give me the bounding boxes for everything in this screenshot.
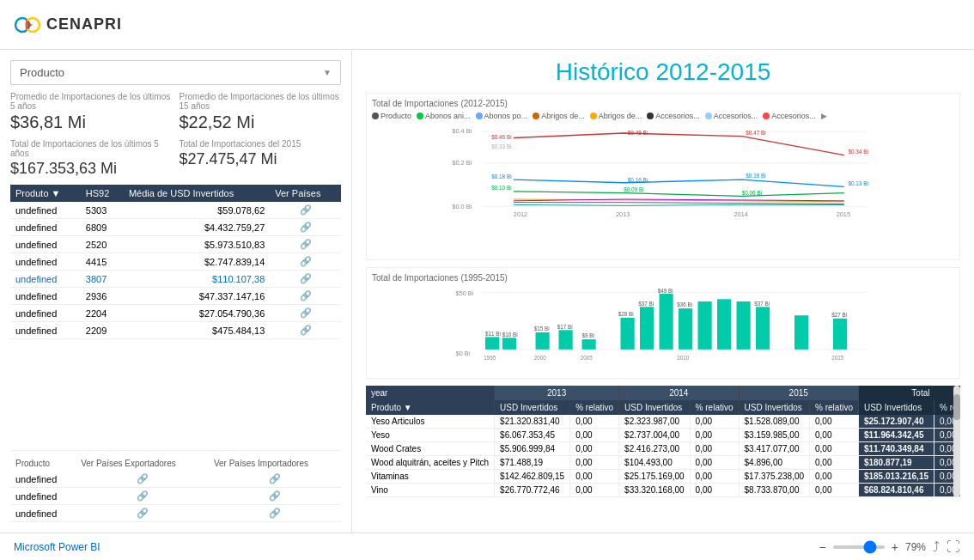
pt-cell-produto: Vino: [366, 484, 495, 497]
expand-icon[interactable]: ⛶: [947, 539, 960, 555]
bt-cell-export[interactable]: 🔗: [76, 488, 209, 505]
stats-row-top: Promedio de Importaciones de los últimos…: [10, 92, 341, 132]
table-scrollbar-thumb[interactable]: [953, 394, 960, 420]
pt-2014-header: 2014: [619, 386, 739, 400]
bt-cell-import[interactable]: 🔗: [209, 488, 341, 505]
table-row: Wood Crates $5.906.999,84 0,00 $2.416.27…: [366, 442, 960, 456]
cell-hs92: 2209: [81, 322, 124, 339]
pt-cell-usd2013: $21.320.831,40: [495, 415, 570, 429]
legend-dot: [533, 113, 539, 119]
bt-cell-produto: undefined: [10, 471, 76, 488]
avg5-value: $36,81 Mi: [10, 113, 173, 132]
list-item: undefined 🔗 🔗: [10, 488, 341, 505]
svg-rect-52: [833, 319, 847, 350]
zoom-slider[interactable]: [833, 545, 885, 549]
col-header-ver[interactable]: Ver Países: [270, 185, 341, 202]
pt-cell-usd2014: $33.320.168,00: [619, 484, 691, 497]
table-row[interactable]: undefined 4415 $2.747.839,14 🔗: [10, 253, 341, 271]
pt-cell-pct2015: 0,00: [810, 429, 859, 442]
main-table-scroll[interactable]: Produto ▼ HS92 Média de USD Invertidos V…: [10, 185, 341, 339]
col-header-produto[interactable]: Produto ▼: [10, 185, 81, 202]
svg-text:$0.18 Bi: $0.18 Bi: [491, 173, 512, 180]
line-chart-svg: $0.4 Bi $0.2 Bi $0.0 Bi 2012 2013 2014 2…: [372, 124, 954, 218]
table-row[interactable]: undefined 7004 $251.775,79 🔗: [10, 339, 341, 340]
svg-rect-38: [621, 318, 635, 350]
pt-usd2013-subheader: USD Invertidos: [495, 400, 570, 415]
svg-text:$0.18 Bi: $0.18 Bi: [746, 173, 766, 179]
pt-cell-usd2015: $4.896,00: [739, 456, 810, 470]
pt-cell-usd2015: $199.994,00: [739, 497, 810, 498]
zoom-plus-icon[interactable]: +: [892, 540, 898, 554]
svg-text:$0.10 Bi: $0.10 Bi: [491, 185, 512, 191]
legend-dot: [647, 113, 654, 119]
power-bi-link[interactable]: Microsoft Power BI: [14, 541, 100, 553]
bt-cell-import[interactable]: 🔗: [209, 505, 341, 522]
pivot-table-container: year 2013 2014 2015 Total Produto ▼ USD …: [366, 386, 960, 524]
cell-ver[interactable]: 🔗: [270, 339, 341, 340]
table-row[interactable]: undefined 5303 $59.078,62 🔗: [10, 202, 341, 219]
table-row[interactable]: undefined 2209 $475.484,13 🔗: [10, 322, 341, 339]
bt-cell-export[interactable]: 🔗: [76, 505, 209, 522]
legend-dot: [476, 113, 483, 119]
bt-header-exportadores: Ver Países Exportadores: [76, 456, 209, 471]
stat-total2015: Total de Importaciones del 2015 $27.475,…: [180, 139, 342, 178]
legend-item: Abrigos de...: [590, 112, 642, 120]
cell-media: $475.484,13: [124, 322, 270, 339]
table-row[interactable]: undefined 6809 $4.432.759,27 🔗: [10, 219, 341, 236]
legend-container: ProductoAbonos ani...Abonos po...Abrigos…: [372, 112, 954, 120]
list-item: undefined 🔗 🔗: [10, 471, 341, 488]
zoom-minus-icon[interactable]: −: [819, 540, 826, 554]
svg-rect-47: [717, 299, 731, 350]
legend-dot: [763, 113, 770, 119]
table-row[interactable]: undefined 2520 $5.973.510,83 🔗: [10, 236, 341, 253]
right-panel: Histórico 2012-2015 Total de Importacion…: [352, 50, 974, 533]
pt-cell-usd2014: $25.175.169,00: [619, 470, 691, 484]
cell-ver[interactable]: 🔗: [270, 271, 341, 288]
cell-ver[interactable]: 🔗: [270, 253, 341, 271]
cell-media: $2.747.839,14: [124, 253, 270, 271]
total5-label: Total de Importaciones de los últimos 5 …: [10, 139, 173, 158]
legend-item: Abrigos de...: [533, 112, 585, 120]
cell-ver[interactable]: 🔗: [270, 219, 341, 236]
avg5-label: Promedio de Importaciones de los últimos…: [10, 92, 173, 111]
pt-cell-usdtotal: $185.013.216,15: [858, 470, 934, 484]
col-header-hs92[interactable]: HS92: [81, 185, 124, 202]
svg-rect-48: [737, 301, 751, 350]
cell-ver[interactable]: 🔗: [270, 305, 341, 322]
producto-dropdown[interactable]: Producto ▼: [10, 60, 341, 85]
svg-text:$0.09 Bi: $0.09 Bi: [624, 186, 644, 192]
pt-produto-subheader[interactable]: Produto ▼: [366, 400, 495, 415]
svg-rect-36: [582, 339, 596, 350]
cell-hs92: 3807: [81, 271, 124, 288]
legend-item: Accesorios...: [763, 112, 816, 120]
bt-header-produto: Producto: [10, 456, 76, 471]
table-row[interactable]: undefined 2936 $47.337.147,16 🔗: [10, 288, 341, 305]
cell-ver[interactable]: 🔗: [270, 288, 341, 305]
table-row[interactable]: undefined 2204 $27.054.790,36 🔗: [10, 305, 341, 322]
col-header-media[interactable]: Média de USD Invertidos: [124, 185, 270, 202]
dropdown-arrow-icon: ▼: [323, 68, 332, 77]
share-icon[interactable]: ⤴: [933, 539, 940, 555]
svg-text:$0.16 Bi: $0.16 Bi: [628, 177, 648, 183]
cell-ver[interactable]: 🔗: [270, 322, 341, 339]
top-bar: CENAPRI: [0, 0, 974, 50]
bottom-table-section: Producto Ver Países Exportadores Ver Paí…: [10, 450, 341, 522]
bt-cell-export[interactable]: 🔗: [76, 471, 209, 488]
cell-ver[interactable]: 🔗: [270, 236, 341, 253]
cell-ver[interactable]: 🔗: [270, 202, 341, 219]
legend-label: Abonos ani...: [425, 112, 471, 120]
legend-scroll-right-icon[interactable]: ▶: [821, 112, 827, 120]
pt-cell-usdtotal: $1.257.341,82: [858, 497, 934, 498]
pt-cell-pct2014: 0,00: [690, 415, 739, 429]
pt-usd2015-subheader: USD Invertidos: [739, 400, 810, 415]
pt-cell-pct2013: 0,00: [570, 470, 619, 484]
table-row[interactable]: undefined 3807 $110.107,38 🔗: [10, 271, 341, 288]
pt-usd2014-subheader: USD Invertidos: [619, 400, 691, 415]
svg-text:$0 Bi: $0 Bi: [456, 350, 471, 357]
table-scrollbar[interactable]: [953, 386, 960, 497]
line-chart-container: Total de Importaciones (2012-2015) Produ…: [366, 93, 960, 260]
legend-label: Accesorios...: [771, 112, 816, 120]
pivot-table: year 2013 2014 2015 Total Produto ▼ USD …: [366, 386, 960, 497]
bt-cell-import[interactable]: 🔗: [209, 471, 341, 488]
pt-cell-pct2015: 0,00: [810, 456, 859, 470]
